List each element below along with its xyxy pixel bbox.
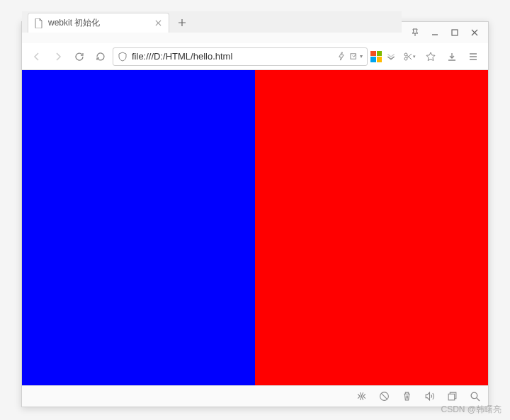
svg-rect-5 bbox=[448, 394, 455, 400]
svg-rect-0 bbox=[452, 30, 458, 35]
url-input[interactable] bbox=[132, 51, 330, 62]
volume-icon[interactable] bbox=[423, 390, 436, 403]
search-icon[interactable] bbox=[468, 390, 481, 403]
menu-icon[interactable] bbox=[464, 47, 482, 66]
page-icon bbox=[34, 18, 44, 28]
browser-window: webkit 初始化 bbox=[21, 21, 489, 407]
lightning-icon[interactable] bbox=[334, 50, 347, 63]
forward-button[interactable] bbox=[49, 47, 67, 66]
adblock-icon[interactable] bbox=[378, 390, 390, 403]
undo-button[interactable] bbox=[91, 47, 110, 66]
reload-button[interactable] bbox=[70, 47, 89, 66]
address-bar[interactable]: ▾ bbox=[113, 47, 368, 66]
scissors-icon[interactable]: ▾ bbox=[400, 47, 419, 66]
new-tab-button[interactable] bbox=[172, 13, 192, 33]
tab-bar: webkit 初始化 bbox=[22, 11, 402, 33]
toolbar: ▾ ▾ bbox=[22, 43, 488, 70]
expand-icon[interactable] bbox=[385, 47, 397, 66]
viewport bbox=[22, 70, 488, 385]
shield-icon bbox=[118, 52, 128, 62]
crossed-arrows-icon[interactable] bbox=[355, 390, 368, 403]
minimize-button[interactable] bbox=[427, 25, 443, 40]
tab-title: webkit 初始化 bbox=[48, 17, 149, 29]
restore-icon[interactable] bbox=[446, 390, 458, 403]
microsoft-icon[interactable] bbox=[370, 51, 382, 62]
download-icon[interactable] bbox=[443, 47, 461, 66]
close-icon[interactable] bbox=[153, 18, 163, 28]
compat-icon[interactable]: ▾ bbox=[350, 50, 363, 63]
window-controls bbox=[402, 22, 488, 43]
window-header: webkit 初始化 bbox=[22, 22, 488, 43]
tab-active[interactable]: webkit 初始化 bbox=[28, 13, 169, 33]
close-button[interactable] bbox=[467, 25, 482, 40]
back-button[interactable] bbox=[28, 47, 46, 66]
status-bar bbox=[22, 385, 488, 407]
left-panel bbox=[22, 70, 255, 385]
address-suffix: ▾ bbox=[334, 50, 363, 63]
svg-point-6 bbox=[471, 392, 477, 399]
maximize-button[interactable] bbox=[447, 25, 463, 40]
favorite-icon[interactable] bbox=[421, 47, 440, 66]
trash-icon[interactable] bbox=[400, 390, 413, 403]
pin-icon[interactable] bbox=[407, 25, 423, 40]
right-panel bbox=[255, 70, 488, 385]
